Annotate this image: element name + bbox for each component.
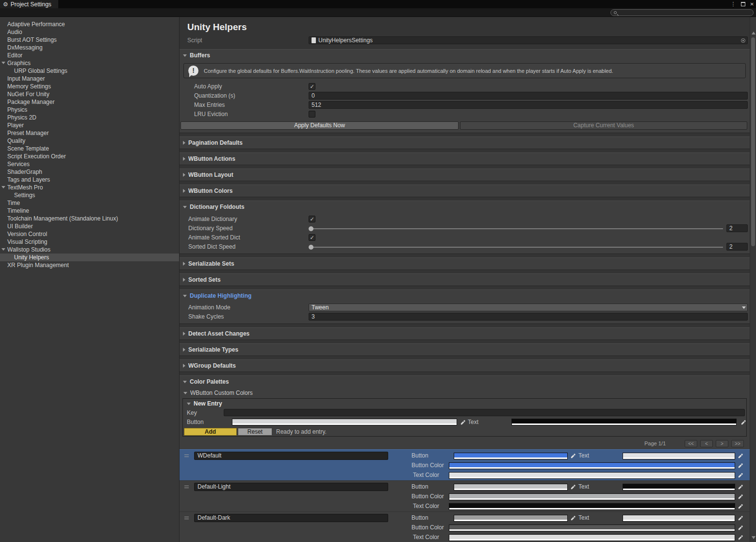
eyedropper-icon[interactable] <box>459 419 466 426</box>
object-picker-icon[interactable] <box>741 38 745 43</box>
menu-icon[interactable]: ⋮ <box>731 1 736 7</box>
text-color-swatch[interactable] <box>511 419 737 425</box>
button-color-swatch[interactable] <box>232 419 457 425</box>
sidebar-item-script-execution-order[interactable]: Script Execution Order <box>0 152 179 160</box>
add-button[interactable]: Add <box>184 428 237 436</box>
palette-row-default-light[interactable]: Default-Light Button Text Button Color T… <box>180 480 750 511</box>
sidebar-item-audio[interactable]: Audio <box>0 28 179 36</box>
text-color-swatch[interactable] <box>449 472 735 479</box>
eyedropper-icon[interactable] <box>737 483 744 491</box>
sidebar-item-tmp-settings[interactable]: Settings <box>0 191 179 199</box>
sidebar-item-memory-settings[interactable]: Memory Settings <box>0 83 179 90</box>
wbutton-custom-colors-header[interactable]: WButton Custom Colors <box>180 388 750 398</box>
sidebar-item-burst-aot[interactable]: Burst AOT Settings <box>0 36 179 44</box>
dictionary-speed-slider[interactable] <box>309 224 723 233</box>
drag-handle-icon[interactable] <box>184 455 189 457</box>
sidebar-item-toolchain-management[interactable]: Toolchain Management (Standalone Linux) <box>0 215 179 222</box>
drag-handle-icon[interactable] <box>184 517 189 519</box>
sidebar-item-version-control[interactable]: Version Control <box>0 230 179 238</box>
eyedropper-icon[interactable] <box>737 534 744 541</box>
animate-sorted-dict-checkbox[interactable]: ✓ <box>309 234 315 241</box>
eyedropper-icon[interactable] <box>737 462 744 469</box>
sidebar-item-ui-builder[interactable]: UI Builder <box>0 222 179 230</box>
scrollbar-thumb[interactable] <box>751 37 755 246</box>
sidebar-item-editor[interactable]: Editor <box>0 51 179 59</box>
text-swatch[interactable] <box>623 515 735 522</box>
duplicate-highlighting-header[interactable]: Duplicate Highlighting <box>180 290 750 302</box>
palette-row-wdefault[interactable]: WDefault Button Text Button Color Text C… <box>180 449 750 480</box>
auto-apply-checkbox[interactable]: ✓ <box>309 83 315 90</box>
foldout-arrow-icon[interactable] <box>1 248 5 251</box>
palette-row-default-dark[interactable]: Default-Dark Button Text Button Color Te… <box>180 511 750 542</box>
lru-eviction-checkbox[interactable] <box>309 111 315 118</box>
sorted-dict-speed-slider[interactable] <box>309 242 723 252</box>
drag-handle-icon[interactable] <box>184 486 189 488</box>
buffers-header[interactable]: Buffers <box>180 50 750 61</box>
eyedropper-icon[interactable] <box>737 472 744 479</box>
sidebar-item-quality[interactable]: Quality <box>0 137 179 145</box>
animate-dictionary-checkbox[interactable]: ✓ <box>309 216 315 222</box>
eyedropper-icon[interactable] <box>569 452 576 459</box>
reset-button[interactable]: Reset <box>238 428 272 436</box>
text-color-swatch[interactable] <box>449 503 735 510</box>
sidebar-item-package-manager[interactable]: Package Manager <box>0 98 179 106</box>
text-swatch[interactable] <box>623 453 735 459</box>
apply-defaults-button[interactable]: Apply Defaults Now <box>181 121 459 130</box>
sidebar-item-dxmessaging[interactable]: DxMessaging <box>0 44 179 51</box>
slider-handle[interactable] <box>309 245 313 250</box>
sidebar-item-tags-and-layers[interactable]: Tags and Layers <box>0 176 179 184</box>
sidebar-item-xr-plugin-management[interactable]: XR Plugin Management <box>0 261 179 269</box>
capture-current-values-button[interactable]: Capture Current Values <box>460 121 747 130</box>
button-swatch[interactable] <box>454 484 568 491</box>
text-swatch[interactable] <box>623 484 735 491</box>
sidebar-item-input-manager[interactable]: Input Manager <box>0 75 179 83</box>
sidebar-item-shadergraph[interactable]: ShaderGraph <box>0 168 179 176</box>
maximize-icon[interactable] <box>741 2 745 6</box>
sidebar-item-textmesh-pro[interactable]: TextMesh Pro <box>0 184 179 191</box>
max-entries-field[interactable]: 512 <box>309 101 748 109</box>
palette-name-field[interactable]: Default-Light <box>194 483 388 491</box>
quantization-field[interactable]: 0 <box>309 92 748 100</box>
close-icon[interactable]: ✕ <box>750 1 754 7</box>
script-field[interactable]: UnityHelpersSettings <box>309 36 748 44</box>
eyedropper-icon[interactable] <box>569 514 576 522</box>
next-page-button[interactable]: > <box>716 440 728 447</box>
sidebar-item-physics-2d[interactable]: Physics 2D <box>0 114 179 121</box>
sidebar-item-wallstop-studios[interactable]: Wallstop Studios <box>0 246 179 254</box>
prev-page-button[interactable]: < <box>700 440 713 447</box>
vertical-scrollbar[interactable] <box>750 17 756 542</box>
button-swatch[interactable] <box>454 515 568 522</box>
shake-cycles-field[interactable]: 3 <box>309 313 748 321</box>
scroll-down-icon[interactable] <box>752 536 756 539</box>
eyedropper-icon[interactable] <box>737 503 744 510</box>
foldout-arrow-icon[interactable] <box>1 186 5 188</box>
animation-mode-dropdown[interactable]: Tween <box>309 304 748 311</box>
slider-handle[interactable] <box>309 226 313 231</box>
sidebar-item-preset-manager[interactable]: Preset Manager <box>0 129 179 137</box>
eyedropper-icon[interactable] <box>569 483 576 491</box>
first-page-button[interactable]: << <box>685 440 697 447</box>
button-swatch[interactable] <box>454 453 568 459</box>
eyedropper-icon[interactable] <box>740 419 747 426</box>
sidebar-item-services[interactable]: Services <box>0 160 179 168</box>
key-field[interactable] <box>224 409 745 416</box>
sidebar-item-player[interactable]: Player <box>0 121 179 129</box>
dictionary-foldouts-header[interactable]: Dictionary Foldouts <box>180 201 750 213</box>
sidebar-item-scene-template[interactable]: Scene Template <box>0 145 179 152</box>
sidebar-item-adaptive-performance[interactable]: Adaptive Performance <box>0 20 179 28</box>
palette-name-field[interactable]: Default-Dark <box>194 514 388 522</box>
eyedropper-icon[interactable] <box>737 514 744 522</box>
sidebar-item-graphics[interactable]: Graphics <box>0 59 179 67</box>
sidebar-item-visual-scripting[interactable]: Visual Scripting <box>0 238 179 246</box>
sidebar-item-timeline[interactable]: Timeline <box>0 207 179 215</box>
button-color-swatch[interactable] <box>449 462 735 469</box>
sidebar-item-physics[interactable]: Physics <box>0 106 179 114</box>
dictionary-speed-field[interactable]: 2 <box>726 224 748 232</box>
button-color-swatch[interactable] <box>449 493 735 500</box>
eyedropper-icon[interactable] <box>737 493 744 500</box>
foldout-arrow-icon[interactable] <box>1 62 5 64</box>
button-color-swatch[interactable] <box>449 525 735 531</box>
palette-name-field[interactable]: WDefault <box>194 452 388 460</box>
new-entry-header[interactable]: New Entry <box>187 400 222 407</box>
last-page-button[interactable]: >> <box>731 440 744 447</box>
